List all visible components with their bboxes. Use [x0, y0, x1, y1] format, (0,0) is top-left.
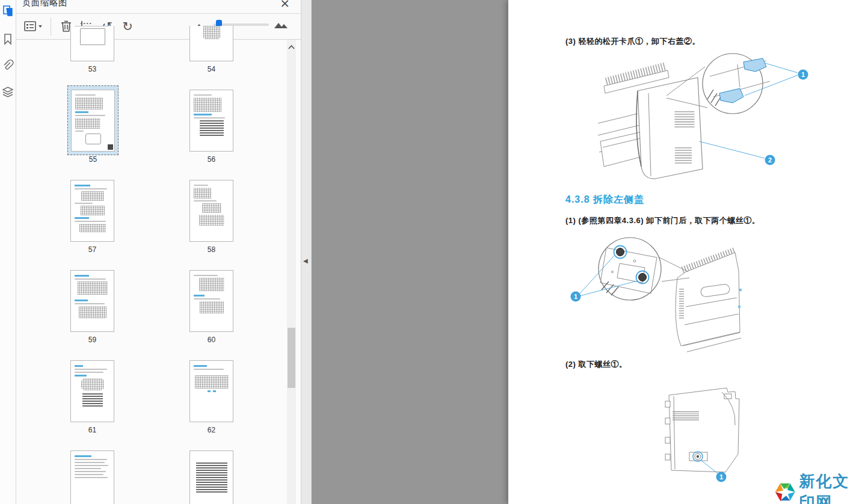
scroll-up-icon[interactable] — [287, 43, 296, 52]
thumbnail-sketch — [70, 26, 114, 61]
document-page: (3) 轻轻的松开卡爪①，卸下右盖②。 — [508, 0, 865, 504]
page-thumbnails-panel: 页面缩略图 × — [16, 0, 301, 504]
watermark-logo: 新化文印网 — [775, 471, 865, 504]
close-icon[interactable]: × — [280, 0, 290, 10]
svg-text:2: 2 — [768, 156, 772, 164]
page-number: 60 — [189, 336, 233, 344]
page-number: 58 — [189, 245, 233, 254]
thumbnail-page-63[interactable] — [70, 450, 114, 504]
svg-text:1: 1 — [719, 473, 723, 481]
thumbnail-page-64[interactable] — [189, 450, 233, 504]
svg-text:1: 1 — [574, 293, 577, 300]
scrollbar-thumb[interactable] — [288, 328, 295, 388]
page-number: 61 — [70, 426, 114, 434]
thumbnail-sketch — [70, 450, 114, 504]
thumbnail-page-60[interactable]: 60 — [189, 270, 233, 332]
page-number: 62 — [189, 426, 233, 434]
navigation-icon-strip — [0, 0, 16, 504]
thumbnail-grid: 53 54 55 — [16, 26, 301, 504]
section-heading: 4.3.8 拆除左侧盖 — [565, 194, 644, 206]
collapse-panel-icon[interactable]: ◀ — [303, 257, 308, 264]
step-1-text: (1) (参照第四章4.3.6) 卸下前门后，取下两个螺丝①。 — [565, 215, 760, 226]
page-number: 57 — [70, 245, 114, 254]
thumbnail-sketch — [189, 450, 233, 504]
page-number: 56 — [189, 155, 233, 164]
thumbnail-sketch — [70, 360, 114, 422]
thumbnail-page-62[interactable]: 62 — [189, 360, 233, 422]
thumbnail-sketch — [70, 180, 114, 242]
thumbnail-sketch — [189, 180, 233, 242]
page-thumbnails-panel-icon[interactable] — [2, 5, 14, 17]
thumbnail-sketch — [70, 270, 114, 332]
panel-title: 页面缩略图 — [22, 0, 67, 8]
thumbnail-page-53[interactable]: 53 — [70, 26, 114, 61]
attachments-panel-icon[interactable] — [2, 60, 14, 72]
figure-remove-right-cover: 1 2 — [596, 51, 812, 188]
thumbnail-page-55-selected[interactable]: 55 — [71, 90, 115, 152]
thumbnail-page-56[interactable]: 56 — [189, 90, 233, 152]
svg-text:1: 1 — [801, 71, 805, 78]
thumbnail-page-61[interactable]: 61 — [70, 360, 114, 422]
thumbnail-page-57[interactable]: 57 — [70, 180, 114, 242]
figure-side-cover-screw: 1 — [656, 382, 788, 490]
thumbnail-sketch — [189, 360, 233, 422]
document-view-area: (3) 轻轻的松开卡爪①，卸下右盖②。 — [312, 0, 865, 504]
panel-divider[interactable]: ◀ — [301, 0, 312, 504]
thumbnail-scrollbar[interactable] — [287, 40, 296, 504]
panel-header: 页面缩略图 × — [16, 0, 301, 14]
page-number: 53 — [70, 65, 114, 73]
page-number: 54 — [189, 65, 233, 73]
step-2-text: (2) 取下螺丝①。 — [565, 359, 627, 370]
layers-panel-icon[interactable] — [2, 86, 14, 98]
thumbnail-page-54[interactable]: 54 — [189, 26, 233, 61]
thumbnail-sketch — [189, 270, 233, 332]
thumbnail-sketch — [189, 26, 233, 61]
thumbnail-page-58[interactable]: 58 — [189, 180, 233, 242]
thumbnail-sketch — [189, 90, 233, 152]
thumbnail-sketch — [71, 90, 115, 152]
page-number: 59 — [70, 336, 114, 344]
watermark-text: 新化文印网 — [799, 471, 865, 504]
thumbnail-page-59[interactable]: 59 — [70, 270, 114, 332]
figure-remove-screws: 1 — [559, 235, 764, 358]
page-number: 55 — [71, 155, 115, 164]
step-3-text: (3) 轻轻的松开卡爪①，卸下右盖②。 — [565, 36, 700, 47]
view-indicator — [108, 144, 113, 150]
logo-pinwheel-icon — [775, 478, 795, 504]
bookmarks-panel-icon[interactable] — [2, 33, 14, 45]
